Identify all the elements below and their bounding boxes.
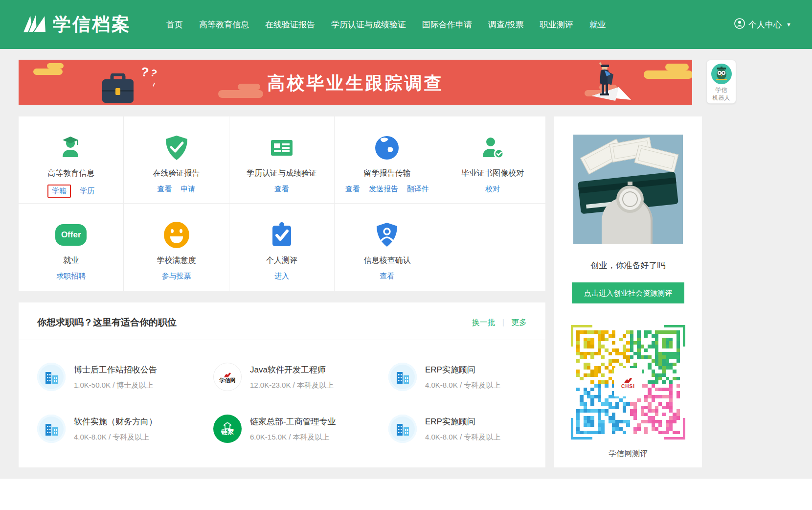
smiley-icon <box>164 221 189 249</box>
qr-center-logo: CHSI <box>614 368 642 396</box>
service-title: 毕业证书图像校对 <box>461 168 524 179</box>
link-send-report[interactable]: 发送报告 <box>369 185 398 194</box>
startup-assessment-button[interactable]: 点击进入创业社会资源测评 <box>572 282 684 303</box>
company-building-icon <box>388 363 417 391</box>
service-title: 就业 <box>63 255 79 266</box>
service-card-higher-education: 高等教育信息 学籍 学历 <box>19 116 124 204</box>
nav-item-survey-vote[interactable]: 调查/投票 <box>488 19 524 30</box>
link-apply-report[interactable]: 申请 <box>181 185 196 194</box>
company-building-icon <box>388 415 417 443</box>
site-logo[interactable]: 学信档案 <box>21 11 131 38</box>
chsi-robot-widget[interactable]: 学信 机器人 <box>706 60 736 104</box>
globe-icon <box>374 134 400 162</box>
book-pages-icon <box>21 11 48 38</box>
link-view-certification[interactable]: 查看 <box>274 185 289 194</box>
company-building-icon <box>37 415 66 443</box>
robot-owl-icon <box>711 64 732 84</box>
link-xueli[interactable]: 学历 <box>80 186 94 196</box>
nav-item-certification[interactable]: 学历认证与成绩验证 <box>331 19 406 30</box>
jobs-panel: 你想求职吗？这里有适合你的职位 换一批 | 更多 博士后工作站招收 <box>19 302 545 467</box>
shield-check-icon <box>164 134 189 162</box>
service-card-certification: 学历认证与成绩验证 查看 <box>229 116 335 204</box>
job-title: 博士后工作站招收公告 <box>74 364 157 375</box>
next-section-strip <box>0 479 812 510</box>
job-salary: 12.0K-23.0K / 本科及以上 <box>250 381 334 390</box>
link-view-report[interactable]: 查看 <box>158 185 172 194</box>
service-title: 在线验证报告 <box>153 168 200 179</box>
graduate-on-paper-plane-illustration <box>572 62 646 105</box>
job-salary: 4.0K-8.0K / 专科及以上 <box>425 381 500 390</box>
right-sidebar: 创业，你准备好了吗 点击进入创业社会资源测评 CHSI 学信网测评 <box>554 116 702 467</box>
main-nav: 首页 高等教育信息 在线验证报告 学历认证与成绩验证 国际合作申请 调查/投票 … <box>166 19 606 30</box>
nav-item-international[interactable]: 国际合作申请 <box>422 19 472 30</box>
service-card-diploma-photo: 毕业证书图像校对 校对 <box>440 116 545 204</box>
link-xueji-highlighted[interactable]: 学籍 <box>47 185 71 198</box>
job-listing[interactable]: 链家 链家总部-工商管理专业 6.0K-15.0K / 本科及以上 <box>213 415 388 443</box>
service-card-personal-test: 个人测评 进入 <box>229 204 335 291</box>
service-title: 高等教育信息 <box>47 168 94 179</box>
survey-banner[interactable]: ??~ 高校毕业生跟踪调查 <box>19 60 692 105</box>
link-view-verification[interactable]: 查看 <box>380 272 394 281</box>
job-listing[interactable]: 学信网 Java软件开发工程师 12.0K-23.0K / 本科及以上 <box>213 363 388 391</box>
qr-code: CHSI <box>571 325 685 440</box>
service-card-online-report: 在线验证报告 查看 申请 <box>124 116 229 204</box>
offer-badge-label: Offer <box>55 224 87 246</box>
robot-label-line1: 学信 <box>707 86 736 94</box>
qr-caption: 学信网测评 <box>554 449 702 459</box>
job-title: 软件实施（财务方向） <box>74 416 157 427</box>
offer-badge-icon: Offer <box>55 221 87 249</box>
clipboard-check-icon <box>271 221 293 249</box>
link-proofread[interactable]: 校对 <box>485 185 500 194</box>
qr-center-text: CHSI <box>621 384 635 389</box>
service-title: 学历认证与成绩验证 <box>247 168 317 179</box>
job-salary: 1.0K-50.0K / 博士及以上 <box>74 381 157 390</box>
nav-item-home[interactable]: 首页 <box>166 19 183 30</box>
nav-item-career-test[interactable]: 职业测评 <box>540 19 573 30</box>
banknote-illustration <box>634 144 679 172</box>
link-enter-test[interactable]: 进入 <box>274 272 289 281</box>
nav-item-employment[interactable]: 就业 <box>589 19 606 30</box>
lianjia-company-logo: 链家 <box>213 415 242 443</box>
id-card-icon <box>269 134 295 162</box>
link-view-overseas[interactable]: 查看 <box>345 185 360 194</box>
person-check-icon <box>479 134 506 162</box>
user-circle-icon <box>734 18 745 31</box>
service-title: 留学报告传输 <box>363 168 410 179</box>
service-card-empty <box>440 204 545 291</box>
refresh-jobs-button[interactable]: 换一批 <box>472 318 496 328</box>
job-title: ERP实施顾问 <box>425 416 500 427</box>
separator: | <box>502 318 504 327</box>
job-title: ERP实施顾问 <box>425 364 500 375</box>
robot-label-line2: 机器人 <box>707 94 736 102</box>
more-jobs-link[interactable]: 更多 <box>511 318 527 328</box>
services-grid: 高等教育信息 学籍 学历 在线验证报告 查看 申请 <box>19 116 545 291</box>
nav-item-higher-education[interactable]: 高等教育信息 <box>199 19 249 30</box>
job-salary: 6.0K-15.0K / 本科及以上 <box>250 433 336 442</box>
shield-person-icon <box>375 221 399 249</box>
divider <box>19 340 545 340</box>
user-center-label: 个人中心 <box>748 19 782 30</box>
chsi-company-logo: 学信网 <box>213 363 242 391</box>
startup-caption: 创业，你准备好了吗 <box>554 260 702 271</box>
link-vote[interactable]: 参与投票 <box>162 272 191 281</box>
job-salary: 4.0K-8.0K / 专科及以上 <box>425 433 500 442</box>
job-title: 链家总部-工商管理专业 <box>250 416 336 427</box>
job-listing[interactable]: 博士后工作站招收公告 1.0K-50.0K / 博士及以上 <box>37 363 213 391</box>
chsi-logo-text: 学信网 <box>220 378 236 383</box>
link-translation[interactable]: 翻译件 <box>407 185 429 194</box>
service-title: 信息核查确认 <box>363 255 410 266</box>
service-title: 个人测评 <box>266 255 297 266</box>
link-job-recruit[interactable]: 求职招聘 <box>56 272 86 281</box>
jobs-panel-title: 你想求职吗？这里有适合你的职位 <box>37 316 177 329</box>
job-listing[interactable]: 软件实施（财务方向） 4.0K-8.0K / 专科及以上 <box>37 415 213 443</box>
nav-item-online-report[interactable]: 在线验证报告 <box>265 19 315 30</box>
service-card-overseas-report: 留学报告传输 查看 发送报告 翻译件 <box>335 116 440 204</box>
service-title: 学校满意度 <box>157 255 196 266</box>
job-listing[interactable]: ERP实施顾问 4.0K-8.0K / 专科及以上 <box>388 363 545 391</box>
logo-text: 学信档案 <box>53 12 131 37</box>
user-center-menu[interactable]: 个人中心 ▼ <box>734 18 791 31</box>
job-listing[interactable]: ERP实施顾问 4.0K-8.0K / 专科及以上 <box>388 415 545 443</box>
startup-promo-image[interactable] <box>573 135 683 244</box>
lianjia-logo-text: 链家 <box>221 429 234 435</box>
graduate-icon <box>58 134 84 162</box>
